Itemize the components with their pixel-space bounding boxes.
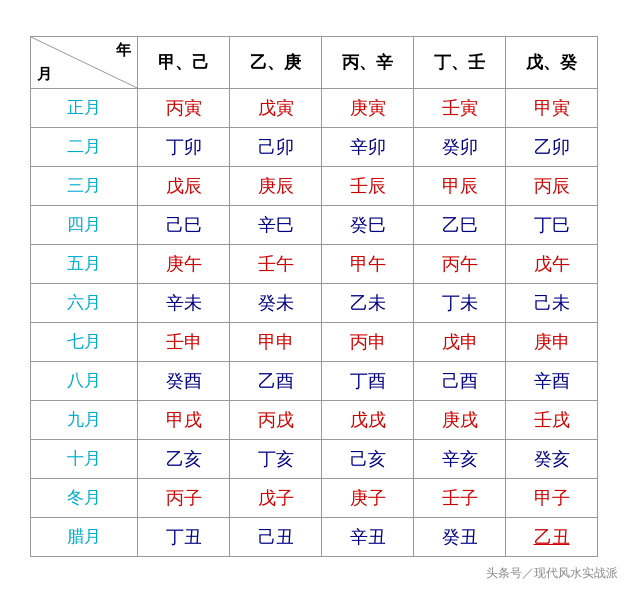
cell-r0-c0: 丙寅 xyxy=(138,88,230,127)
month-label: 月 xyxy=(37,65,52,84)
cell-r8-c1: 丙戌 xyxy=(230,400,322,439)
row-header-8: 九月 xyxy=(31,400,138,439)
cell-r5-c1: 癸未 xyxy=(230,283,322,322)
cell-r3-c3: 乙巳 xyxy=(414,205,506,244)
row-header-5: 六月 xyxy=(31,283,138,322)
col-header-4: 丁、壬 xyxy=(414,36,506,88)
cell-r7-c2: 丁酉 xyxy=(322,361,414,400)
cell-r1-c2: 辛卯 xyxy=(322,127,414,166)
cell-r3-c0: 己巳 xyxy=(138,205,230,244)
cell-r3-c4: 丁巳 xyxy=(506,205,598,244)
cell-r6-c2: 丙申 xyxy=(322,322,414,361)
cell-r2-c2: 壬辰 xyxy=(322,166,414,205)
cell-r9-c1: 丁亥 xyxy=(230,439,322,478)
cell-r10-c0: 丙子 xyxy=(138,478,230,517)
cell-r6-c1: 甲申 xyxy=(230,322,322,361)
cell-r10-c3: 壬子 xyxy=(414,478,506,517)
cell-r11-c4: 乙丑 xyxy=(506,517,598,556)
row-header-4: 五月 xyxy=(31,244,138,283)
cell-r10-c4: 甲子 xyxy=(506,478,598,517)
cell-r7-c1: 乙酉 xyxy=(230,361,322,400)
cell-r9-c0: 乙亥 xyxy=(138,439,230,478)
row-header-1: 二月 xyxy=(31,127,138,166)
col-header-1: 甲、己 xyxy=(138,36,230,88)
cell-r4-c1: 壬午 xyxy=(230,244,322,283)
cell-r7-c0: 癸酉 xyxy=(138,361,230,400)
cell-r0-c4: 甲寅 xyxy=(506,88,598,127)
cell-r6-c4: 庚申 xyxy=(506,322,598,361)
cell-r10-c2: 庚子 xyxy=(322,478,414,517)
cell-r8-c2: 戊戌 xyxy=(322,400,414,439)
row-header-10: 冬月 xyxy=(31,478,138,517)
cell-r11-c2: 辛丑 xyxy=(322,517,414,556)
main-table: 年 月 甲、己 乙、庚 丙、辛 丁、壬 戊、癸 正月丙寅戊寅庚寅壬寅甲寅二月丁卯… xyxy=(30,36,598,557)
cell-r9-c3: 辛亥 xyxy=(414,439,506,478)
cell-r0-c3: 壬寅 xyxy=(414,88,506,127)
cell-r2-c0: 戊辰 xyxy=(138,166,230,205)
cell-r7-c3: 己酉 xyxy=(414,361,506,400)
row-header-6: 七月 xyxy=(31,322,138,361)
cell-r8-c4: 壬戌 xyxy=(506,400,598,439)
table-wrapper: 年 月 甲、己 乙、庚 丙、辛 丁、壬 戊、癸 正月丙寅戊寅庚寅壬寅甲寅二月丁卯… xyxy=(0,16,628,577)
col-header-3: 丙、辛 xyxy=(322,36,414,88)
cell-r4-c3: 丙午 xyxy=(414,244,506,283)
cell-r2-c4: 丙辰 xyxy=(506,166,598,205)
row-header-11: 腊月 xyxy=(31,517,138,556)
cell-r5-c3: 丁未 xyxy=(414,283,506,322)
cell-r6-c3: 戊申 xyxy=(414,322,506,361)
year-label: 年 xyxy=(116,41,131,60)
cell-r1-c4: 乙卯 xyxy=(506,127,598,166)
cell-r4-c4: 戊午 xyxy=(506,244,598,283)
cell-r1-c3: 癸卯 xyxy=(414,127,506,166)
cell-r5-c2: 乙未 xyxy=(322,283,414,322)
cell-r0-c1: 戊寅 xyxy=(230,88,322,127)
corner-header: 年 月 xyxy=(31,36,138,88)
cell-r5-c0: 辛未 xyxy=(138,283,230,322)
cell-r11-c0: 丁丑 xyxy=(138,517,230,556)
cell-r0-c2: 庚寅 xyxy=(322,88,414,127)
row-header-9: 十月 xyxy=(31,439,138,478)
cell-r9-c2: 己亥 xyxy=(322,439,414,478)
row-header-2: 三月 xyxy=(31,166,138,205)
cell-r9-c4: 癸亥 xyxy=(506,439,598,478)
cell-r5-c4: 己未 xyxy=(506,283,598,322)
cell-r10-c1: 戊子 xyxy=(230,478,322,517)
cell-r2-c3: 甲辰 xyxy=(414,166,506,205)
col-header-5: 戊、癸 xyxy=(506,36,598,88)
cell-r6-c0: 壬申 xyxy=(138,322,230,361)
cell-r8-c0: 甲戌 xyxy=(138,400,230,439)
col-header-2: 乙、庚 xyxy=(230,36,322,88)
row-header-3: 四月 xyxy=(31,205,138,244)
cell-r1-c1: 己卯 xyxy=(230,127,322,166)
cell-r1-c0: 丁卯 xyxy=(138,127,230,166)
cell-r4-c2: 甲午 xyxy=(322,244,414,283)
row-header-0: 正月 xyxy=(31,88,138,127)
cell-r7-c4: 辛酉 xyxy=(506,361,598,400)
cell-r11-c3: 癸丑 xyxy=(414,517,506,556)
cell-r4-c0: 庚午 xyxy=(138,244,230,283)
row-header-7: 八月 xyxy=(31,361,138,400)
cell-r3-c1: 辛巳 xyxy=(230,205,322,244)
watermark: 头条号／现代风水实战派 xyxy=(486,565,618,582)
cell-r8-c3: 庚戌 xyxy=(414,400,506,439)
cell-r11-c1: 己丑 xyxy=(230,517,322,556)
cell-r3-c2: 癸巳 xyxy=(322,205,414,244)
cell-r2-c1: 庚辰 xyxy=(230,166,322,205)
